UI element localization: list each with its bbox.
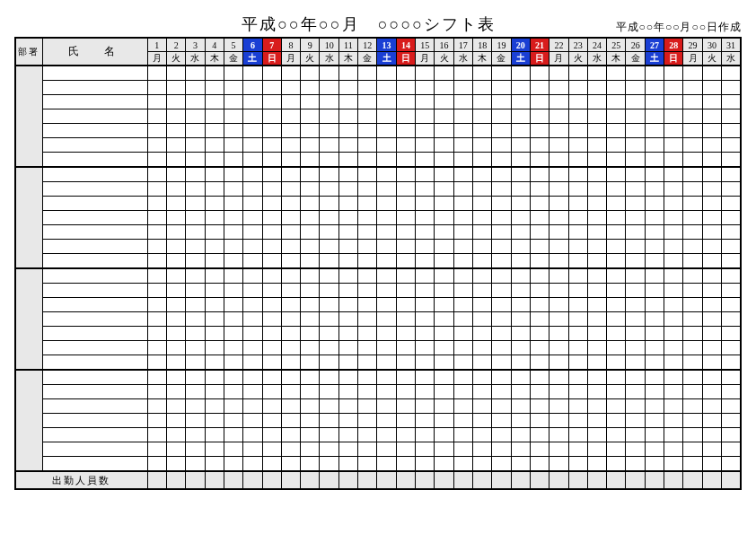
shift-cell[interactable]	[166, 254, 185, 269]
shift-cell[interactable]	[683, 428, 702, 442]
shift-cell[interactable]	[702, 167, 721, 182]
shift-cell[interactable]	[607, 197, 626, 211]
shift-cell[interactable]	[492, 399, 511, 414]
shift-cell[interactable]	[358, 240, 377, 254]
shift-cell[interactable]	[416, 414, 435, 428]
shift-cell[interactable]	[453, 284, 472, 298]
shift-cell[interactable]	[492, 124, 511, 138]
shift-cell[interactable]	[338, 138, 357, 153]
shift-cell[interactable]	[243, 211, 262, 225]
shift-cell[interactable]	[416, 355, 435, 371]
shift-cell[interactable]	[587, 284, 606, 298]
shift-cell[interactable]	[472, 385, 491, 399]
shift-cell[interactable]	[607, 385, 626, 399]
shift-cell[interactable]	[186, 428, 205, 442]
shift-cell[interactable]	[702, 327, 721, 341]
shift-cell[interactable]	[243, 370, 262, 385]
shift-cell[interactable]	[645, 284, 664, 298]
shift-cell[interactable]	[186, 182, 205, 197]
shift-cell[interactable]	[511, 457, 530, 472]
shift-cell[interactable]	[549, 240, 568, 254]
shift-cell[interactable]	[166, 153, 185, 168]
shift-cell[interactable]	[492, 327, 511, 341]
shift-cell[interactable]	[492, 312, 511, 327]
shift-cell[interactable]	[664, 167, 683, 182]
shift-cell[interactable]	[702, 414, 721, 428]
shift-cell[interactable]	[186, 268, 205, 284]
shift-cell[interactable]	[722, 153, 741, 168]
shift-cell[interactable]	[664, 81, 683, 95]
shift-cell[interactable]	[166, 428, 185, 442]
shift-cell[interactable]	[262, 138, 281, 153]
shift-cell[interactable]	[722, 197, 741, 211]
shift-cell[interactable]	[338, 341, 357, 355]
shift-cell[interactable]	[358, 268, 377, 284]
shift-cell[interactable]	[396, 298, 415, 312]
shift-cell[interactable]	[396, 457, 415, 472]
shift-cell[interactable]	[626, 385, 645, 399]
shift-cell[interactable]	[568, 355, 587, 371]
shift-cell[interactable]	[338, 298, 357, 312]
shift-cell[interactable]	[338, 327, 357, 341]
shift-cell[interactable]	[702, 428, 721, 442]
shift-cell[interactable]	[702, 95, 721, 109]
shift-cell[interactable]	[683, 442, 702, 457]
shift-cell[interactable]	[301, 355, 320, 371]
shift-cell[interactable]	[511, 124, 530, 138]
shift-cell[interactable]	[377, 211, 396, 225]
shift-cell[interactable]	[262, 240, 281, 254]
shift-cell[interactable]	[262, 211, 281, 225]
shift-cell[interactable]	[626, 182, 645, 197]
shift-cell[interactable]	[320, 298, 338, 312]
shift-cell[interactable]	[626, 138, 645, 153]
shift-cell[interactable]	[416, 167, 435, 182]
shift-cell[interactable]	[186, 312, 205, 327]
shift-cell[interactable]	[530, 428, 549, 442]
shift-cell[interactable]	[530, 385, 549, 399]
attendance-count-cell[interactable]	[511, 471, 530, 489]
shift-cell[interactable]	[664, 428, 683, 442]
shift-cell[interactable]	[166, 399, 185, 414]
shift-cell[interactable]	[607, 414, 626, 428]
shift-cell[interactable]	[492, 284, 511, 298]
shift-cell[interactable]	[396, 399, 415, 414]
shift-cell[interactable]	[568, 414, 587, 428]
shift-cell[interactable]	[683, 457, 702, 472]
shift-cell[interactable]	[166, 268, 185, 284]
shift-cell[interactable]	[377, 197, 396, 211]
shift-cell[interactable]	[453, 298, 472, 312]
shift-cell[interactable]	[338, 268, 357, 284]
shift-cell[interactable]	[205, 66, 224, 81]
shift-cell[interactable]	[435, 109, 453, 124]
shift-cell[interactable]	[702, 197, 721, 211]
shift-cell[interactable]	[722, 268, 741, 284]
shift-cell[interactable]	[722, 414, 741, 428]
shift-cell[interactable]	[587, 385, 606, 399]
shift-cell[interactable]	[702, 385, 721, 399]
shift-cell[interactable]	[396, 225, 415, 240]
shift-cell[interactable]	[511, 284, 530, 298]
shift-cell[interactable]	[358, 385, 377, 399]
shift-cell[interactable]	[186, 298, 205, 312]
shift-cell[interactable]	[186, 240, 205, 254]
shift-cell[interactable]	[358, 66, 377, 81]
shift-cell[interactable]	[568, 109, 587, 124]
shift-cell[interactable]	[702, 153, 721, 168]
shift-cell[interactable]	[301, 268, 320, 284]
shift-cell[interactable]	[435, 81, 453, 95]
name-cell[interactable]	[42, 442, 147, 457]
shift-cell[interactable]	[416, 240, 435, 254]
shift-cell[interactable]	[664, 385, 683, 399]
shift-cell[interactable]	[664, 399, 683, 414]
shift-cell[interactable]	[587, 298, 606, 312]
shift-cell[interactable]	[338, 153, 357, 168]
shift-cell[interactable]	[281, 95, 300, 109]
shift-cell[interactable]	[358, 341, 377, 355]
shift-cell[interactable]	[435, 312, 453, 327]
shift-cell[interactable]	[320, 268, 338, 284]
shift-cell[interactable]	[301, 81, 320, 95]
shift-cell[interactable]	[492, 298, 511, 312]
shift-cell[interactable]	[683, 182, 702, 197]
shift-cell[interactable]	[626, 312, 645, 327]
shift-cell[interactable]	[358, 284, 377, 298]
